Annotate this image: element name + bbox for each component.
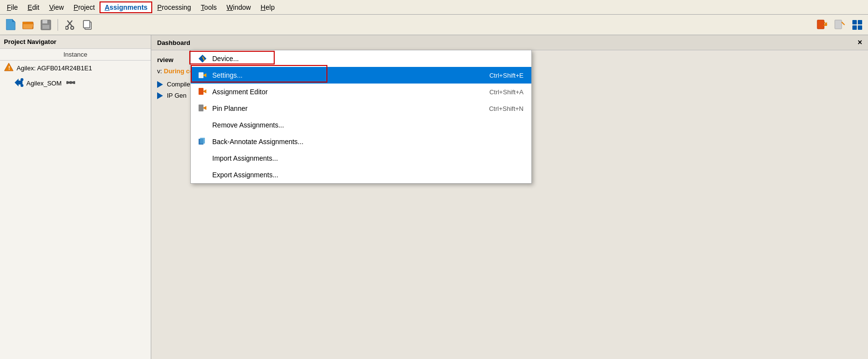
import-assignments-label: Import Assignments... <box>212 154 278 162</box>
cut-icon <box>65 20 74 30</box>
save-icon <box>40 20 51 30</box>
svg-rect-7 <box>42 25 49 29</box>
assignment-editor-shortcut: Ctrl+Shift+A <box>489 88 524 96</box>
agilex-device-item[interactable]: ! Agilex: AGFB014R24B1E1 <box>0 61 151 76</box>
menu-edit[interactable]: Edit <box>23 1 44 13</box>
arrow-network-icon <box>14 78 23 89</box>
menu-item-back-annotate[interactable]: Back-Annotate Assignments... <box>191 133 531 150</box>
remove-assignments-label: Remove Assignments... <box>212 121 284 129</box>
svg-point-10 <box>65 26 68 29</box>
svg-marker-39 <box>203 106 206 110</box>
play-icon-2 <box>157 92 163 99</box>
menu-window[interactable]: Window <box>222 1 256 13</box>
svg-rect-21 <box>852 25 857 30</box>
toolbar <box>0 15 868 35</box>
save-button[interactable] <box>38 17 54 33</box>
svg-rect-38 <box>199 105 203 111</box>
project-navigator-panel: Project Navigator Instance ! Agilex: AGF… <box>0 35 151 359</box>
settings-label: Settings... <box>212 71 242 79</box>
menu-item-settings[interactable]: Settings... Ctrl+Shift+E <box>191 67 531 84</box>
new-file-icon <box>5 19 16 31</box>
play-icon-1 <box>157 81 163 88</box>
assignments-dropdown: Device... Settings... Ctrl+Shift+E <box>190 50 532 184</box>
svg-point-11 <box>71 26 74 29</box>
svg-rect-19 <box>852 20 857 24</box>
pin-planner-icon <box>834 19 846 31</box>
cut-button[interactable] <box>62 17 78 33</box>
menu-assignments[interactable]: Assignments <box>100 1 152 13</box>
svg-marker-4 <box>23 24 34 29</box>
menu-item-import-assignments[interactable]: Import Assignments... <box>191 150 531 167</box>
svg-marker-35 <box>203 73 206 77</box>
svg-text:!: ! <box>8 65 10 71</box>
agilex-som-label: Agilex_SOM <box>26 80 61 87</box>
assignments-icon-1[interactable] <box>814 17 830 33</box>
main-layout: Project Navigator Instance ! Agilex: AGF… <box>0 35 868 359</box>
pin-planner-label: Pin Planner <box>212 105 247 112</box>
svg-rect-14 <box>817 20 824 29</box>
svg-point-29 <box>66 81 69 84</box>
project-navigator-title: Project Navigator <box>0 35 151 49</box>
assignment-editor-icon <box>198 87 207 97</box>
svg-rect-6 <box>42 20 47 23</box>
dashboard-close[interactable]: × <box>858 38 862 47</box>
menu-item-pin-planner[interactable]: Pin Planner Ctrl+Shift+N <box>191 100 531 117</box>
svg-point-31 <box>73 81 75 84</box>
svg-point-26 <box>20 84 23 87</box>
device-icon <box>198 54 207 63</box>
agilex-device-label: Agilex: AGFB014R24B1E1 <box>17 64 92 72</box>
svg-rect-13 <box>83 21 90 28</box>
pin-planner-menu-icon <box>198 104 207 113</box>
menu-tools[interactable]: Tools <box>196 1 222 13</box>
instance-tab[interactable]: Instance <box>0 49 151 61</box>
svg-rect-34 <box>199 72 203 78</box>
remove-assignments-icon <box>198 120 207 130</box>
svg-rect-36 <box>199 88 203 95</box>
export-assignments-icon <box>198 170 207 180</box>
svg-point-30 <box>69 81 72 84</box>
assignments-icon-3[interactable] <box>849 17 865 33</box>
svg-rect-20 <box>858 20 862 24</box>
settings-shortcut: Ctrl+Shift+E <box>489 72 524 79</box>
svg-marker-37 <box>203 89 206 93</box>
toolbar-separator-1 <box>58 19 58 31</box>
import-assignments-icon <box>198 153 207 163</box>
svg-point-27 <box>20 78 23 81</box>
export-assignments-label: Export Assignments... <box>212 171 278 179</box>
menu-item-export-assignments[interactable]: Export Assignments... <box>191 167 531 183</box>
dashboard-header: Dashboard × <box>151 35 868 50</box>
svg-rect-17 <box>835 20 842 29</box>
menubar: File Edit View Project Assignments Proce… <box>0 0 868 15</box>
open-folder-icon <box>22 20 34 30</box>
device-label: Device... <box>212 55 239 63</box>
assignments-icon-2[interactable] <box>832 17 848 33</box>
copy-button[interactable] <box>80 17 95 33</box>
menu-item-device[interactable]: Device... <box>191 50 531 67</box>
menu-file[interactable]: File <box>2 1 23 13</box>
assignment-editor-label: Assignment Editor <box>212 88 268 96</box>
settings-icon <box>198 70 207 80</box>
svg-rect-41 <box>200 138 205 144</box>
agilex-som-item[interactable]: Agilex_SOM <box>0 76 151 91</box>
copy-icon <box>82 20 92 30</box>
warning-icon: ! <box>4 63 14 74</box>
menu-view[interactable]: View <box>44 1 69 13</box>
svg-line-18 <box>842 22 845 25</box>
back-annotate-label: Back-Annotate Assignments... <box>212 138 303 146</box>
back-annotate-icon <box>198 137 207 147</box>
svg-rect-22 <box>858 25 862 30</box>
ip-gen-label: IP Gen <box>167 92 186 99</box>
menu-processing[interactable]: Processing <box>152 1 196 13</box>
svg-marker-32 <box>199 55 206 63</box>
edit-pencil-icon <box>816 19 828 31</box>
new-file-button[interactable] <box>3 17 19 33</box>
grid-plus-icon <box>851 19 863 31</box>
pin-planner-shortcut: Ctrl+Shift+N <box>489 105 524 112</box>
open-folder-button[interactable] <box>20 17 36 33</box>
network-nodes-icon <box>66 79 75 87</box>
menu-help[interactable]: Help <box>256 1 280 13</box>
menu-item-assignment-editor[interactable]: Assignment Editor Ctrl+Shift+A <box>191 84 531 100</box>
menu-item-remove-assignments[interactable]: Remove Assignments... <box>191 117 531 133</box>
menu-project[interactable]: Project <box>69 1 100 13</box>
dashboard-title: Dashboard <box>157 39 190 46</box>
